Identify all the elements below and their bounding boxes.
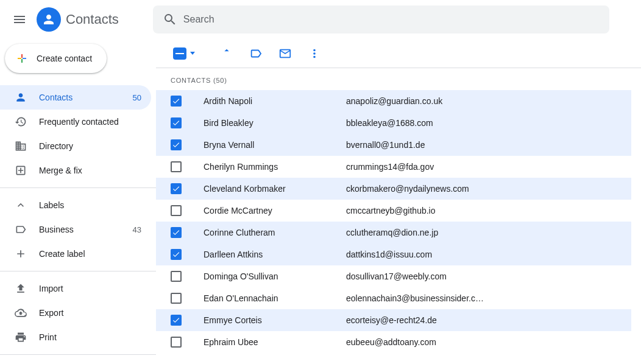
indeterminate-checkbox-icon bbox=[173, 47, 186, 60]
nav-label: Export bbox=[39, 308, 141, 318]
contact-email: crummings14@fda.gov bbox=[346, 162, 631, 172]
row-checkbox[interactable] bbox=[171, 315, 182, 326]
upload-icon bbox=[15, 282, 27, 295]
search-button[interactable] bbox=[158, 7, 182, 32]
merge-button[interactable] bbox=[214, 41, 239, 66]
top-bar: Contacts bbox=[0, 0, 641, 39]
label-button[interactable] bbox=[244, 41, 268, 66]
person-icon bbox=[15, 91, 27, 103]
row-checkbox[interactable] bbox=[171, 183, 182, 194]
add-icon bbox=[15, 248, 27, 260]
nav-label: Import bbox=[39, 284, 141, 293]
contact-email: cclutheramq@dion.ne.jp bbox=[346, 228, 631, 237]
contact-email: ecorteisy@e-recht24.de bbox=[346, 315, 631, 325]
contact-name: Edan O'Lennachain bbox=[182, 293, 346, 303]
contact-row[interactable]: Bird Bleakleybbleakleya@1688.com bbox=[156, 112, 631, 134]
contact-email: cmccartneyb@github.io bbox=[346, 206, 631, 215]
contact-row[interactable]: Emmye Corteisecorteisy@e-recht24.de bbox=[156, 309, 631, 331]
sidebar-item-import[interactable]: Import bbox=[0, 276, 151, 301]
sidebar-item-merge-fix[interactable]: Merge & fix bbox=[0, 158, 151, 183]
divider bbox=[0, 187, 156, 188]
contact-name: Cleveland Korbmaker bbox=[182, 184, 346, 194]
contact-row[interactable]: Darlleen Attkinsdattkins1d@issuu.com bbox=[156, 243, 631, 265]
caret-down-icon bbox=[190, 52, 195, 55]
sidebar-item-contacts[interactable]: Contacts50 bbox=[0, 85, 151, 110]
chevron-up-icon bbox=[15, 199, 27, 211]
check-icon bbox=[172, 141, 180, 149]
search-icon bbox=[163, 12, 177, 27]
contact-email: ckorbmakero@nydailynews.com bbox=[346, 184, 631, 194]
search-input[interactable] bbox=[182, 13, 604, 26]
contact-row[interactable]: Dominga O'Sullivandosullivan17@weebly.co… bbox=[156, 265, 631, 287]
contact-row[interactable]: Cherilyn Rummingscrummings14@fda.gov bbox=[156, 156, 631, 178]
sidebar: Create contact Contacts50Frequently cont… bbox=[0, 39, 156, 364]
main-panel: Contacts (50) Ardith Napolianapoliz@guar… bbox=[156, 39, 641, 364]
history-icon bbox=[15, 116, 27, 128]
check-icon bbox=[172, 119, 180, 127]
check-icon bbox=[172, 228, 180, 237]
check-icon bbox=[172, 184, 180, 193]
contact-email: anapoliz@guardian.co.uk bbox=[346, 96, 631, 106]
row-checkbox[interactable] bbox=[171, 96, 182, 107]
contact-row[interactable]: Corinne Clutheramcclutheramq@dion.ne.jp bbox=[156, 222, 631, 243]
contact-name: Bird Bleakley bbox=[182, 118, 346, 128]
more-vert-icon bbox=[308, 47, 321, 60]
divider bbox=[0, 354, 156, 355]
contact-email: dosullivan17@weebly.com bbox=[346, 271, 631, 281]
contact-row[interactable]: Cleveland Korbmakerckorbmakero@nydailyne… bbox=[156, 178, 631, 200]
contact-row[interactable]: Ardith Napolianapoliz@guardian.co.uk bbox=[156, 90, 631, 112]
contact-email: dattkins1d@issuu.com bbox=[346, 250, 631, 259]
contact-name: Dominga O'Sullivan bbox=[182, 271, 346, 281]
nav-count: 50 bbox=[133, 93, 141, 102]
nav-label: Contacts bbox=[39, 93, 121, 102]
cloud-download-icon bbox=[15, 307, 27, 319]
row-checkbox[interactable] bbox=[171, 117, 182, 128]
row-checkbox[interactable] bbox=[171, 271, 182, 282]
sidebar-label-business[interactable]: Business43 bbox=[0, 217, 151, 242]
contact-row[interactable]: Edan O'Lennachaineolennachain3@businessi… bbox=[156, 287, 631, 309]
check-icon bbox=[172, 250, 180, 259]
nav-label: Print bbox=[39, 332, 141, 342]
contact-email: eolennachain3@businessinsider.c… bbox=[346, 293, 631, 303]
row-checkbox[interactable] bbox=[171, 337, 182, 348]
row-checkbox[interactable] bbox=[171, 249, 182, 260]
email-button[interactable] bbox=[273, 41, 297, 66]
row-checkbox[interactable] bbox=[171, 139, 182, 150]
more-actions-button[interactable] bbox=[302, 41, 327, 66]
main-menu-button[interactable] bbox=[5, 5, 34, 34]
selection-dropdown[interactable] bbox=[173, 47, 195, 60]
contact-row[interactable]: Cordie McCartneycmccartneyb@github.io bbox=[156, 200, 631, 222]
hamburger-icon bbox=[12, 12, 27, 27]
labels-header-label: Labels bbox=[39, 200, 141, 210]
app-logo: Contacts bbox=[37, 7, 119, 32]
contact-email: bbleakleya@1688.com bbox=[346, 118, 631, 128]
sidebar-item-directory[interactable]: Directory bbox=[0, 134, 151, 158]
create-label-label: Create label bbox=[39, 249, 141, 259]
contact-name: Ephraim Ubee bbox=[182, 337, 346, 347]
create-contact-label: Create contact bbox=[37, 54, 92, 63]
label-icon bbox=[15, 223, 27, 236]
create-contact-button[interactable]: Create contact bbox=[5, 44, 107, 73]
sidebar-item-frequently-contacted[interactable]: Frequently contacted bbox=[0, 110, 151, 134]
contacts-list: Contacts (50) Ardith Napolianapoliz@guar… bbox=[156, 68, 641, 364]
nav-label: Frequently contacted bbox=[39, 117, 141, 127]
nav-label: Business bbox=[39, 225, 121, 234]
contact-row[interactable]: Ephraim Ubeeeubeeu@addtoany.com bbox=[156, 331, 631, 353]
row-checkbox[interactable] bbox=[171, 227, 182, 238]
search-box bbox=[153, 5, 609, 33]
print-icon bbox=[15, 331, 27, 343]
contacts-logo-icon bbox=[37, 7, 61, 32]
contact-name: Corinne Clutheram bbox=[182, 228, 346, 237]
sidebar-item-export[interactable]: Export bbox=[0, 301, 151, 325]
nav-label: Merge & fix bbox=[39, 166, 141, 175]
row-checkbox[interactable] bbox=[171, 293, 182, 304]
row-checkbox[interactable] bbox=[171, 205, 182, 216]
divider bbox=[0, 271, 156, 271]
sidebar-labels-header[interactable]: Labels bbox=[0, 193, 151, 217]
sidebar-item-print[interactable]: Print bbox=[0, 325, 151, 349]
contact-row[interactable]: Bryna Vernallbvernall0@1und1.de bbox=[156, 134, 631, 156]
contact-name: Bryna Vernall bbox=[182, 140, 346, 150]
sidebar-create-label[interactable]: Create label bbox=[0, 242, 151, 266]
row-checkbox[interactable] bbox=[171, 161, 182, 172]
contact-name: Cherilyn Rummings bbox=[182, 162, 346, 172]
